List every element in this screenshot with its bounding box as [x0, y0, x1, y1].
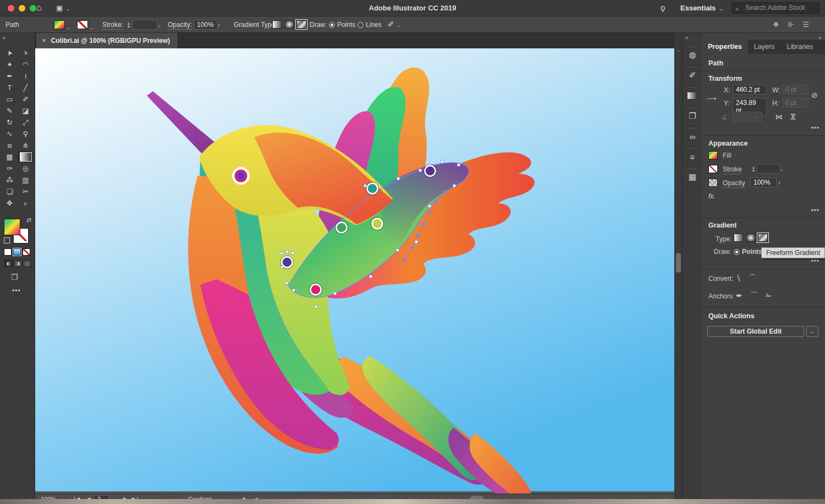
panel-options-icon[interactable]: ⊪ — [788, 20, 796, 29]
add-anchor-icon[interactable]: ✒ — [736, 291, 743, 300]
flip-horizontal-icon[interactable]: ⋈ — [776, 113, 783, 121]
search-input[interactable]: ⌕ Search Adobe Stock — [732, 2, 820, 14]
gradient-icon[interactable] — [683, 86, 702, 106]
eyedropper-tool[interactable]: ✑ — [2, 163, 18, 174]
draw-normal-mode[interactable]: ◧ — [4, 259, 13, 267]
appearance-opacity-swatch[interactable] — [708, 179, 718, 187]
appearance-stroke-swatch[interactable] — [708, 165, 718, 173]
panel-gradient-linear-button[interactable] — [734, 234, 744, 242]
handle-anchor-icon[interactable]: ⌒ — [750, 291, 758, 300]
close-tab-icon[interactable]: × — [42, 36, 46, 45]
column-graph-tool[interactable]: ▥ — [18, 174, 34, 186]
appearance-stroke-field[interactable]: ▲▼ ⌄ — [750, 164, 784, 174]
gradient-freeform-button[interactable] — [296, 20, 306, 29]
anchor-point[interactable] — [293, 289, 295, 292]
slice-tool[interactable]: ✂ — [18, 186, 34, 197]
bezier-handle[interactable] — [443, 191, 446, 194]
anchor-point[interactable] — [397, 178, 400, 180]
width-tool[interactable]: ∿ — [2, 128, 18, 140]
scale-tool[interactable]: ⤢ — [18, 117, 34, 128]
convert-corner-icon[interactable]: ∖ — [736, 274, 741, 283]
transparency-icon[interactable]: ❐ — [683, 106, 702, 126]
anchor-point[interactable] — [453, 185, 456, 187]
panel-draw-points-radio[interactable]: Points — [734, 248, 762, 256]
artboard-tool[interactable]: ❏ — [2, 186, 18, 197]
align-icon[interactable]: ≡ — [683, 147, 702, 167]
start-global-edit-button[interactable]: Start Global Edit — [707, 326, 804, 337]
anchor-point[interactable] — [285, 282, 288, 285]
gradient-button[interactable] — [13, 248, 21, 256]
panel-gradient-radial-button[interactable] — [746, 234, 756, 242]
appearance-opacity-field[interactable]: 100% › — [750, 178, 780, 187]
collapse-toolbar-icon[interactable]: « — [2, 34, 6, 41]
rotate-tool[interactable]: ↻ — [2, 117, 18, 128]
artboard-canvas[interactable] — [35, 48, 674, 494]
hand-tool[interactable]: ✥ — [2, 197, 18, 209]
bezier-handle[interactable] — [422, 223, 425, 226]
toolbar-more-icon[interactable]: ••• — [12, 287, 21, 295]
paintbrush-tool[interactable]: ✐ — [18, 93, 34, 105]
anchor-point[interactable] — [280, 252, 283, 255]
lightbulb-icon[interactable]: ϙ — [661, 3, 665, 12]
eraser-tool[interactable]: ◪ — [18, 105, 34, 117]
collapse-panels-icon[interactable]: « — [685, 35, 689, 41]
stroke-swatch[interactable]: ⌄ — [77, 20, 94, 31]
recolor-artwork-icon[interactable]: ✐ ⌄ — [388, 20, 400, 29]
direct-selection-tool[interactable]: ➢ — [18, 47, 34, 59]
x-field[interactable]: 460.2 pt — [733, 85, 767, 95]
anchor-point[interactable] — [334, 292, 337, 295]
reference-point-widget[interactable]: —▪ — [707, 95, 716, 102]
workspace-switcher[interactable]: Essentials⌄ — [680, 4, 724, 12]
anchor-point[interactable] — [370, 275, 372, 278]
vertical-scroll-thumb[interactable] — [676, 253, 681, 273]
scroll-up-icon[interactable]: ⌃ — [676, 49, 681, 55]
freeform-gradient-point[interactable] — [425, 166, 436, 176]
anchor-point[interactable] — [397, 249, 399, 252]
gradient-tool[interactable] — [18, 151, 34, 163]
curvature-tool[interactable]: ≀ — [18, 70, 34, 82]
line-segment-tool[interactable]: ╱ — [18, 82, 34, 93]
draw-points-radio[interactable]: Points — [329, 21, 355, 29]
arrange-icon[interactable]: ❖ — [773, 20, 781, 29]
gradient-linear-button[interactable] — [272, 20, 282, 29]
tab-libraries[interactable]: Libraries — [780, 40, 819, 54]
free-transform-tool[interactable]: ⧈ — [2, 140, 18, 151]
bezier-handle[interactable] — [403, 258, 406, 261]
anchor-point[interactable] — [292, 252, 294, 254]
bezier-handle[interactable] — [416, 234, 420, 237]
appearance-fill-swatch[interactable] — [708, 151, 718, 159]
draw-inside-mode[interactable]: ◫ — [23, 259, 32, 267]
draw-lines-radio[interactable]: Lines — [358, 21, 382, 29]
type-tool[interactable]: T — [2, 82, 18, 93]
anchor-point[interactable] — [428, 205, 431, 208]
screen-mode-icon[interactable]: ❐ — [11, 273, 18, 281]
rotation-field[interactable]: ⌄ — [733, 112, 762, 121]
gradient-more-icon[interactable]: ••• — [811, 257, 820, 265]
links-icon[interactable]: ∞ — [683, 126, 702, 147]
convert-smooth-icon[interactable]: ⌒ — [749, 274, 756, 283]
default-fill-stroke-icon[interactable] — [4, 237, 10, 243]
appearance-stroke-label[interactable]: Stroke — [723, 165, 742, 174]
h-field[interactable]: 0 pt — [782, 98, 809, 108]
flip-vertical-icon[interactable]: ⋈ — [790, 113, 797, 121]
stroke-weight-label[interactable]: Stroke: — [102, 21, 123, 30]
opacity-label[interactable]: Opacity: — [168, 21, 192, 30]
stroke-weight-field[interactable]: ▲▼ ⌄ — [125, 20, 162, 30]
draw-behind-mode[interactable]: ◨ — [13, 259, 23, 267]
start-global-edit-chevron[interactable]: ⌄ — [806, 326, 818, 337]
symbol-sprayer-tool[interactable]: ⁂ — [2, 174, 18, 186]
freeform-gradient-point[interactable] — [337, 223, 347, 233]
perspective-grid-tool[interactable]: ⋔ — [18, 140, 34, 151]
puppet-warp-tool[interactable]: ⚲ — [18, 128, 34, 140]
anchor-point[interactable] — [415, 241, 418, 243]
rectangle-tool[interactable]: ▭ — [2, 93, 18, 105]
zoom-tool[interactable]: ⌕ — [18, 197, 34, 209]
freeform-gradient-point[interactable] — [311, 285, 321, 295]
fill-indicator[interactable] — [4, 219, 20, 235]
tab-layers[interactable]: Layers — [748, 40, 781, 54]
bezier-handle[interactable] — [411, 246, 414, 249]
cut-path-icon[interactable]: ✁ — [766, 291, 772, 300]
pen-tool[interactable]: ✒ — [2, 70, 18, 82]
anchor-point[interactable] — [315, 306, 317, 308]
blend-tool[interactable]: ◎ — [18, 163, 34, 174]
